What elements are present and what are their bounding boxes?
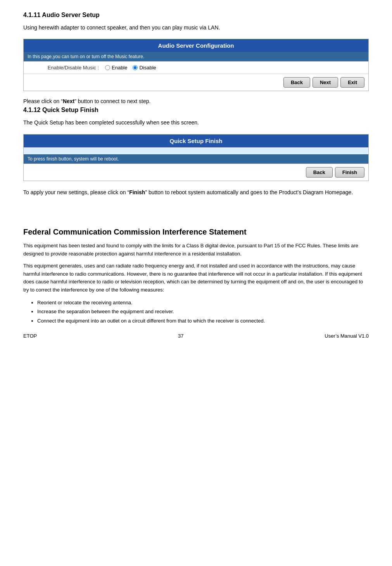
disable-radio-label[interactable]: Disable xyxy=(133,65,156,71)
finish-bold: Finish xyxy=(129,189,145,195)
audio-config-info: In this page,you can turn on or turn off… xyxy=(24,52,368,61)
fcc-list: Reorient or relocate the receiving anten… xyxy=(29,298,369,325)
enable-radio[interactable] xyxy=(105,65,110,70)
audio-config-buttons: Back Next Exit xyxy=(24,74,368,91)
disable-radio-text: Disable xyxy=(139,65,156,71)
fcc-para2: This equipment generates, uses and can r… xyxy=(23,262,369,294)
quick-finish-button[interactable]: Finish xyxy=(335,167,364,178)
fcc-list-item-3: Connect the equipment into an outlet on … xyxy=(37,316,369,325)
next-instruction: Please click on “Next” button to connect… xyxy=(23,98,369,104)
footer-left: ETOP xyxy=(23,333,37,339)
finish-instruction: To apply your new settings, please click… xyxy=(23,188,369,197)
next-bold: Next xyxy=(63,98,74,104)
quick-setup-buttons: Back Finish xyxy=(24,164,368,181)
audio-enable-row: Enable/Disable Music : Enable Disable xyxy=(24,61,368,74)
fcc-list-item-1: Reorient or relocate the receiving anten… xyxy=(37,298,369,307)
section-2-heading: 4.1.12 Quick Setup Finish xyxy=(23,107,369,114)
enable-radio-label[interactable]: Enable xyxy=(105,65,127,71)
fcc-heading: Federal Communication Commission Interfe… xyxy=(23,228,369,236)
page-footer: ETOP 37 User’s Manual V1.0 xyxy=(23,333,369,339)
quick-setup-empty-row xyxy=(24,147,368,154)
section-1-heading: 4.1.11 Audio Server Setup xyxy=(23,12,369,19)
spacer xyxy=(23,200,369,216)
audio-enable-label: Enable/Disable Music : xyxy=(28,65,105,71)
audio-exit-button[interactable]: Exit xyxy=(340,77,364,88)
quick-back-button[interactable]: Back xyxy=(306,167,333,178)
fcc-list-item-2: Increase the separation between the equi… xyxy=(37,307,369,316)
enable-radio-text: Enable xyxy=(112,65,127,71)
quick-setup-header: Quick Setup Finish xyxy=(24,135,368,147)
fcc-para1: This equipment has been tested and found… xyxy=(23,242,369,258)
footer-center: 37 xyxy=(178,333,183,339)
footer-right: User’s Manual V1.0 xyxy=(325,333,369,339)
quick-setup-info: To press finish button, system will be r… xyxy=(24,154,368,164)
audio-next-button[interactable]: Next xyxy=(313,77,338,88)
quick-setup-box: Quick Setup Finish To press finish butto… xyxy=(23,134,369,181)
section-2-description: The Quick Setup has been completed succe… xyxy=(23,118,369,127)
section-1-description: Using herewith adapter to connect speake… xyxy=(23,23,369,32)
audio-controls: Enable Disable xyxy=(105,65,156,71)
disable-radio[interactable] xyxy=(133,65,138,70)
audio-config-header: Audio Server Configuration xyxy=(24,39,368,52)
audio-back-button[interactable]: Back xyxy=(283,77,310,88)
audio-config-box: Audio Server Configuration In this page,… xyxy=(23,39,369,91)
